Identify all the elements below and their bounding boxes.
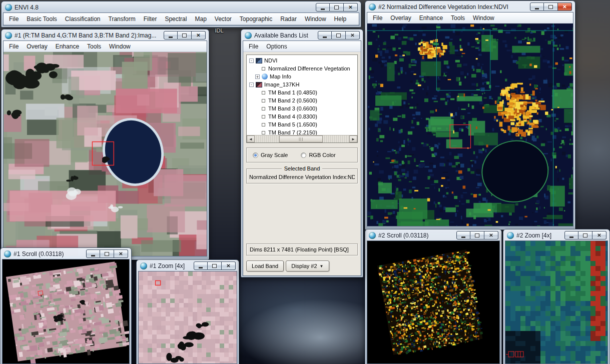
maximize-button[interactable] (208, 262, 222, 270)
close-button[interactable]: ✕ (344, 3, 358, 12)
menu-file[interactable]: File (245, 42, 262, 51)
bands-list-titlebar[interactable]: Available Bands List ✕ (243, 30, 361, 40)
menu-overlay[interactable]: Overlay (23, 42, 51, 51)
gray-scale-radio[interactable]: Gray Scale (253, 152, 288, 158)
tree-item-tm-band-7[interactable]: TM Band 7 (2.2150) (248, 128, 357, 135)
image-file-icon (256, 82, 262, 88)
close-icon: ✕ (489, 233, 493, 238)
menu-spectral[interactable]: Spectral (161, 14, 191, 24)
menu-window[interactable]: Window (469, 14, 498, 22)
display1-image[interactable] (4, 52, 207, 256)
zoom2-image[interactable] (505, 241, 608, 364)
collapse-icon[interactable]: - (249, 58, 254, 63)
menu-tools[interactable]: Tools (83, 42, 105, 51)
tree-item-ndvi[interactable]: - NDVI (248, 56, 357, 64)
scroll1-image[interactable] (3, 260, 130, 364)
expand-icon[interactable]: + (255, 74, 260, 79)
zoom2-titlebar[interactable]: #2 Zoom [4x] ✕ (505, 230, 608, 240)
menu-enhance[interactable]: Enhance (415, 14, 447, 22)
tree-item-tm-band-4[interactable]: TM Band 4 (0.8300) (248, 112, 357, 120)
scroll1-titlebar[interactable]: #1 Scroll (0.03118) ✕ (2, 248, 130, 259)
close-button[interactable]: ✕ (558, 2, 572, 11)
selected-band-value: Normalized Difference Vegetation Index:N… (249, 174, 355, 180)
maximize-icon (475, 234, 479, 238)
close-button[interactable]: ✕ (484, 231, 498, 240)
window-title: #2 Normalized Difference Vegetation Inde… (378, 4, 508, 10)
menu-help[interactable]: Help (330, 14, 351, 24)
zoom1-titlebar[interactable]: #1 Zoom [4x] ✕ (138, 260, 237, 271)
menu-filter[interactable]: Filter (140, 14, 161, 24)
scroll-track[interactable]: ||| (255, 136, 349, 142)
load-band-button[interactable]: Load Band (246, 260, 284, 272)
menu-file[interactable]: File (5, 14, 23, 24)
bands-list-menubar: File Options (243, 41, 361, 52)
display1-titlebar[interactable]: #1 (R:TM Band 4,G:TM Band 3,B:TM Band 2)… (3, 30, 207, 40)
zoom1-image[interactable] (139, 272, 237, 364)
menu-topographic[interactable]: Topographic (236, 14, 276, 24)
minimize-button[interactable] (164, 31, 178, 40)
minimize-button[interactable] (194, 262, 208, 270)
menu-window[interactable]: Window (301, 14, 330, 24)
tree-item-image-137kh[interactable]: - Image_137KH (248, 80, 357, 88)
scroll-thumb[interactable]: ||| (279, 136, 323, 142)
menu-vector[interactable]: Vector (211, 14, 236, 24)
scroll-left-arrow[interactable]: ◄ (247, 136, 255, 142)
tree-item-tm-band-5[interactable]: TM Band 5 (1.6500) (248, 120, 357, 128)
display1-menubar: File Overlay Enhance Tools Window (4, 41, 207, 52)
scroll2-image[interactable] (367, 241, 500, 364)
desktop-icon-idl[interactable]: IDL (209, 28, 229, 34)
minimize-button[interactable] (456, 231, 470, 240)
display-target-dropdown[interactable]: Display #2 ▼ (286, 260, 329, 272)
close-button[interactable]: ✕ (346, 31, 360, 40)
tree-item-tm-band-3[interactable]: TM Band 3 (0.6600) (248, 104, 357, 112)
close-button[interactable]: ✕ (192, 31, 206, 40)
menu-options[interactable]: Options (262, 42, 291, 51)
collapse-icon[interactable]: - (249, 82, 254, 87)
menu-tools[interactable]: Tools (447, 14, 469, 22)
envi-main-titlebar[interactable]: ENVI 4.8 ✕ (3, 2, 359, 12)
close-button[interactable]: ✕ (222, 262, 236, 270)
maximize-button[interactable] (544, 2, 558, 11)
menu-classification[interactable]: Classification (61, 14, 105, 24)
minimize-button[interactable] (530, 2, 544, 11)
tree-item-label: TM Band 1 (0.4850) (268, 90, 317, 96)
maximize-button[interactable] (330, 3, 344, 12)
maximize-button[interactable] (100, 250, 114, 258)
display2-image[interactable] (367, 24, 573, 226)
display2-titlebar[interactable]: #2 Normalized Difference Vegetation Inde… (367, 1, 573, 12)
scroll2-titlebar[interactable]: #2 Scroll (0.03118) ✕ (367, 230, 500, 240)
tree-item-tm-band-2[interactable]: TM Band 2 (0.5600) (248, 96, 357, 104)
close-button[interactable]: ✕ (114, 250, 128, 258)
maximize-icon (548, 5, 553, 9)
envi-logo-icon (507, 232, 514, 239)
tree-item-tm-band-1[interactable]: TM Band 1 (0.4850) (248, 88, 357, 96)
close-button[interactable]: ✕ (592, 231, 606, 240)
envi-logo-icon (4, 250, 11, 258)
maximize-button[interactable] (178, 31, 192, 40)
minimize-button[interactable] (564, 231, 578, 240)
scroll-right-arrow[interactable]: ► (349, 136, 357, 142)
maximize-button[interactable] (332, 31, 346, 40)
menu-window[interactable]: Window (105, 42, 135, 51)
menu-map[interactable]: Map (191, 14, 210, 24)
tree-item-ndvi-band[interactable]: Normalized Difference Vegetation (248, 64, 357, 72)
menu-transform[interactable]: Transform (105, 14, 140, 24)
radio-unselected-icon (301, 152, 306, 158)
tree-item-label: Image_137KH (264, 82, 299, 88)
rgb-color-radio[interactable]: RGB Color (301, 152, 335, 158)
menu-basic-tools[interactable]: Basic Tools (23, 14, 61, 24)
tree-item-map-info-1[interactable]: + Map Info (248, 72, 357, 80)
menu-file[interactable]: File (5, 42, 23, 51)
minimize-icon (321, 8, 325, 10)
menu-file[interactable]: File (369, 14, 386, 22)
menu-enhance[interactable]: Enhance (52, 42, 83, 51)
minimize-button[interactable] (318, 31, 332, 40)
tree-horizontal-scrollbar[interactable]: ◄ ||| ► (247, 135, 357, 142)
minimize-button[interactable] (86, 250, 100, 258)
minimize-button[interactable] (316, 3, 330, 12)
menu-radar[interactable]: Radar (276, 14, 301, 24)
menu-overlay[interactable]: Overlay (386, 14, 415, 22)
minimize-icon (323, 36, 327, 38)
maximize-button[interactable] (470, 231, 484, 240)
maximize-button[interactable] (578, 231, 592, 240)
